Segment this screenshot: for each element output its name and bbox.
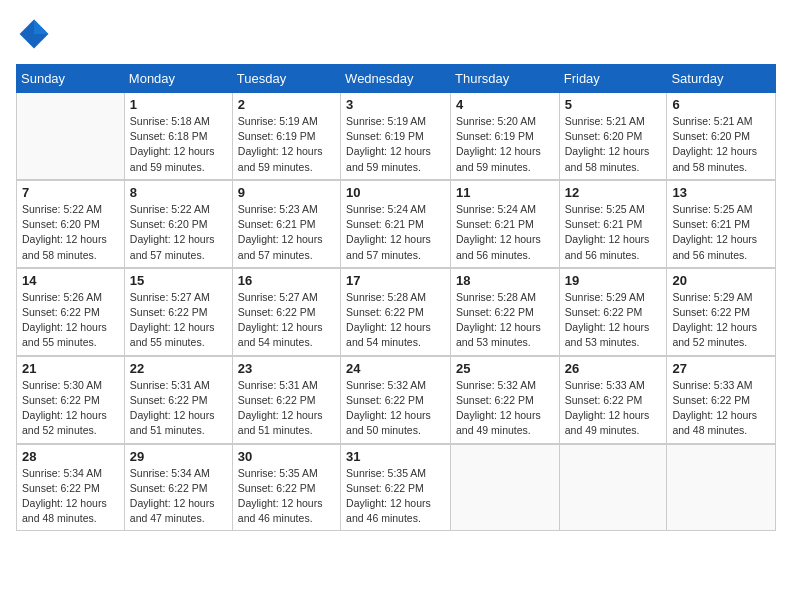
day-cell: 7Sunrise: 5:22 AMSunset: 6:20 PMDaylight… [17, 180, 125, 268]
day-cell: 26Sunrise: 5:33 AMSunset: 6:22 PMDayligh… [559, 356, 667, 444]
day-cell: 5Sunrise: 5:21 AMSunset: 6:20 PMDaylight… [559, 93, 667, 180]
day-number: 27 [672, 361, 770, 376]
calendar-table: SundayMondayTuesdayWednesdayThursdayFrid… [16, 64, 776, 531]
day-info: Sunrise: 5:22 AMSunset: 6:20 PMDaylight:… [22, 202, 119, 263]
day-info: Sunrise: 5:35 AMSunset: 6:22 PMDaylight:… [238, 466, 335, 527]
day-info: Sunrise: 5:27 AMSunset: 6:22 PMDaylight:… [130, 290, 227, 351]
day-number: 4 [456, 97, 554, 112]
day-number: 29 [130, 449, 227, 464]
day-cell: 29Sunrise: 5:34 AMSunset: 6:22 PMDayligh… [124, 444, 232, 531]
day-info: Sunrise: 5:21 AMSunset: 6:20 PMDaylight:… [672, 114, 770, 175]
day-cell: 25Sunrise: 5:32 AMSunset: 6:22 PMDayligh… [451, 356, 560, 444]
col-header-monday: Monday [124, 65, 232, 93]
day-cell: 14Sunrise: 5:26 AMSunset: 6:22 PMDayligh… [17, 268, 125, 356]
day-info: Sunrise: 5:22 AMSunset: 6:20 PMDaylight:… [130, 202, 227, 263]
day-cell: 30Sunrise: 5:35 AMSunset: 6:22 PMDayligh… [232, 444, 340, 531]
day-info: Sunrise: 5:21 AMSunset: 6:20 PMDaylight:… [565, 114, 662, 175]
day-number: 12 [565, 185, 662, 200]
day-info: Sunrise: 5:32 AMSunset: 6:22 PMDaylight:… [456, 378, 554, 439]
day-number: 1 [130, 97, 227, 112]
day-info: Sunrise: 5:28 AMSunset: 6:22 PMDaylight:… [346, 290, 445, 351]
week-row-5: 28Sunrise: 5:34 AMSunset: 6:22 PMDayligh… [17, 444, 776, 531]
header-row: SundayMondayTuesdayWednesdayThursdayFrid… [17, 65, 776, 93]
week-row-2: 7Sunrise: 5:22 AMSunset: 6:20 PMDaylight… [17, 180, 776, 268]
day-cell: 4Sunrise: 5:20 AMSunset: 6:19 PMDaylight… [451, 93, 560, 180]
day-cell: 31Sunrise: 5:35 AMSunset: 6:22 PMDayligh… [341, 444, 451, 531]
day-info: Sunrise: 5:28 AMSunset: 6:22 PMDaylight:… [456, 290, 554, 351]
day-info: Sunrise: 5:34 AMSunset: 6:22 PMDaylight:… [22, 466, 119, 527]
col-header-sunday: Sunday [17, 65, 125, 93]
day-cell: 20Sunrise: 5:29 AMSunset: 6:22 PMDayligh… [667, 268, 776, 356]
day-cell: 13Sunrise: 5:25 AMSunset: 6:21 PMDayligh… [667, 180, 776, 268]
day-info: Sunrise: 5:24 AMSunset: 6:21 PMDaylight:… [456, 202, 554, 263]
day-info: Sunrise: 5:18 AMSunset: 6:18 PMDaylight:… [130, 114, 227, 175]
day-number: 14 [22, 273, 119, 288]
col-header-tuesday: Tuesday [232, 65, 340, 93]
day-number: 15 [130, 273, 227, 288]
day-number: 10 [346, 185, 445, 200]
day-info: Sunrise: 5:26 AMSunset: 6:22 PMDaylight:… [22, 290, 119, 351]
day-info: Sunrise: 5:19 AMSunset: 6:19 PMDaylight:… [346, 114, 445, 175]
day-cell: 17Sunrise: 5:28 AMSunset: 6:22 PMDayligh… [341, 268, 451, 356]
day-info: Sunrise: 5:25 AMSunset: 6:21 PMDaylight:… [565, 202, 662, 263]
page-header [16, 16, 776, 52]
day-info: Sunrise: 5:33 AMSunset: 6:22 PMDaylight:… [672, 378, 770, 439]
day-cell: 27Sunrise: 5:33 AMSunset: 6:22 PMDayligh… [667, 356, 776, 444]
day-cell: 2Sunrise: 5:19 AMSunset: 6:19 PMDaylight… [232, 93, 340, 180]
day-cell [17, 93, 125, 180]
day-cell: 24Sunrise: 5:32 AMSunset: 6:22 PMDayligh… [341, 356, 451, 444]
day-info: Sunrise: 5:29 AMSunset: 6:22 PMDaylight:… [565, 290, 662, 351]
day-cell: 8Sunrise: 5:22 AMSunset: 6:20 PMDaylight… [124, 180, 232, 268]
day-number: 3 [346, 97, 445, 112]
week-row-4: 21Sunrise: 5:30 AMSunset: 6:22 PMDayligh… [17, 356, 776, 444]
day-number: 31 [346, 449, 445, 464]
day-number: 24 [346, 361, 445, 376]
col-header-thursday: Thursday [451, 65, 560, 93]
day-cell: 21Sunrise: 5:30 AMSunset: 6:22 PMDayligh… [17, 356, 125, 444]
day-info: Sunrise: 5:33 AMSunset: 6:22 PMDaylight:… [565, 378, 662, 439]
day-info: Sunrise: 5:34 AMSunset: 6:22 PMDaylight:… [130, 466, 227, 527]
day-number: 8 [130, 185, 227, 200]
week-row-1: 1Sunrise: 5:18 AMSunset: 6:18 PMDaylight… [17, 93, 776, 180]
day-info: Sunrise: 5:27 AMSunset: 6:22 PMDaylight:… [238, 290, 335, 351]
day-info: Sunrise: 5:31 AMSunset: 6:22 PMDaylight:… [238, 378, 335, 439]
day-info: Sunrise: 5:32 AMSunset: 6:22 PMDaylight:… [346, 378, 445, 439]
day-number: 21 [22, 361, 119, 376]
day-number: 17 [346, 273, 445, 288]
day-info: Sunrise: 5:24 AMSunset: 6:21 PMDaylight:… [346, 202, 445, 263]
day-info: Sunrise: 5:30 AMSunset: 6:22 PMDaylight:… [22, 378, 119, 439]
day-info: Sunrise: 5:29 AMSunset: 6:22 PMDaylight:… [672, 290, 770, 351]
day-number: 13 [672, 185, 770, 200]
day-number: 30 [238, 449, 335, 464]
svg-marker-1 [34, 20, 48, 34]
day-number: 18 [456, 273, 554, 288]
day-number: 25 [456, 361, 554, 376]
day-number: 5 [565, 97, 662, 112]
day-cell: 28Sunrise: 5:34 AMSunset: 6:22 PMDayligh… [17, 444, 125, 531]
day-number: 23 [238, 361, 335, 376]
day-number: 26 [565, 361, 662, 376]
day-cell: 18Sunrise: 5:28 AMSunset: 6:22 PMDayligh… [451, 268, 560, 356]
day-info: Sunrise: 5:31 AMSunset: 6:22 PMDaylight:… [130, 378, 227, 439]
day-cell: 10Sunrise: 5:24 AMSunset: 6:21 PMDayligh… [341, 180, 451, 268]
col-header-friday: Friday [559, 65, 667, 93]
day-cell: 19Sunrise: 5:29 AMSunset: 6:22 PMDayligh… [559, 268, 667, 356]
day-cell [559, 444, 667, 531]
day-info: Sunrise: 5:35 AMSunset: 6:22 PMDaylight:… [346, 466, 445, 527]
day-number: 16 [238, 273, 335, 288]
day-cell: 23Sunrise: 5:31 AMSunset: 6:22 PMDayligh… [232, 356, 340, 444]
logo-icon [16, 16, 52, 52]
col-header-wednesday: Wednesday [341, 65, 451, 93]
day-cell [451, 444, 560, 531]
day-number: 9 [238, 185, 335, 200]
day-number: 22 [130, 361, 227, 376]
day-cell: 15Sunrise: 5:27 AMSunset: 6:22 PMDayligh… [124, 268, 232, 356]
day-number: 11 [456, 185, 554, 200]
col-header-saturday: Saturday [667, 65, 776, 93]
day-cell: 3Sunrise: 5:19 AMSunset: 6:19 PMDaylight… [341, 93, 451, 180]
day-cell: 6Sunrise: 5:21 AMSunset: 6:20 PMDaylight… [667, 93, 776, 180]
day-number: 2 [238, 97, 335, 112]
day-cell: 16Sunrise: 5:27 AMSunset: 6:22 PMDayligh… [232, 268, 340, 356]
logo [16, 16, 58, 52]
day-info: Sunrise: 5:19 AMSunset: 6:19 PMDaylight:… [238, 114, 335, 175]
